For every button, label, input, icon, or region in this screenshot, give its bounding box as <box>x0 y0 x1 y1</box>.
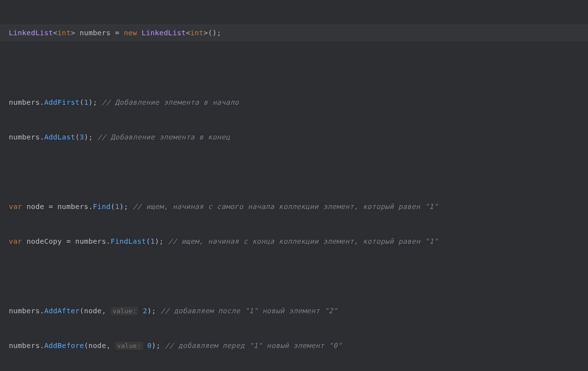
code-line[interactable] <box>9 268 588 285</box>
type-name: LinkedList <box>142 29 186 37</box>
code-line[interactable]: numbers.AddLast(3); // Добавление элемен… <box>9 129 588 146</box>
variable: numbers <box>80 29 111 37</box>
comment: // ищем, начиная с конца коллекции элеме… <box>168 237 438 245</box>
number-literal: 3 <box>80 133 84 141</box>
object-ref: numbers <box>9 307 40 315</box>
argument: node <box>84 307 102 315</box>
method-call: FindLast <box>111 237 146 245</box>
number-literal: 0 <box>147 342 152 349</box>
keyword-var: var <box>9 203 22 210</box>
type-name: LinkedList <box>9 29 53 37</box>
code-line[interactable] <box>9 59 588 77</box>
code-line[interactable] <box>9 163 588 181</box>
code-line[interactable]: numbers.AddFirst(1); // Добавление элеме… <box>9 94 588 112</box>
parameter-hint: value: <box>115 342 143 350</box>
comment: // Добавление элемента в начало <box>102 98 239 106</box>
comment: // добавляем после "1" новый элемент "2" <box>161 307 338 315</box>
type-param: int <box>57 29 71 37</box>
code-line[interactable]: numbers.AddAfter(node, value: 2); // доб… <box>9 302 588 320</box>
object-ref: numbers <box>75 237 106 245</box>
variable: node <box>26 203 44 210</box>
comment: // ищем, начиная с самого начала коллекц… <box>133 203 438 210</box>
type-param: int <box>190 29 203 37</box>
code-editor[interactable]: LinkedList<int> numbers = new LinkedList… <box>9 7 588 371</box>
parameter-hint: value: <box>111 307 139 315</box>
comment: // добавляем перед "1" новый элемент "0" <box>165 342 342 349</box>
argument: node <box>89 342 106 349</box>
comment: // Добавление элемента в конец <box>98 133 230 141</box>
method-call: AddLast <box>44 133 75 141</box>
number-literal: 1 <box>150 237 155 245</box>
keyword-var: var <box>9 237 22 245</box>
method-call: AddBefore <box>44 342 84 349</box>
code-line[interactable]: LinkedList<int> numbers = new LinkedList… <box>0 24 588 42</box>
code-line[interactable]: numbers.AddBefore(node, value: 0); // до… <box>9 337 588 355</box>
method-call: Find <box>93 203 111 210</box>
variable: nodeCopy <box>26 237 62 245</box>
code-line[interactable]: var nodeCopy = numbers.FindLast(1); // и… <box>9 233 588 251</box>
number-literal: 1 <box>84 98 89 106</box>
method-call: AddFirst <box>44 98 79 106</box>
object-ref: numbers <box>9 98 40 106</box>
number-literal: 2 <box>143 307 147 315</box>
code-line[interactable]: var node = numbers.Find(1); // ищем, нач… <box>9 198 588 216</box>
number-literal: 1 <box>115 203 120 210</box>
object-ref: numbers <box>9 133 40 141</box>
keyword-new: new <box>124 29 137 37</box>
object-ref: numbers <box>57 203 88 210</box>
method-call: AddAfter <box>44 307 79 315</box>
object-ref: numbers <box>9 342 40 349</box>
